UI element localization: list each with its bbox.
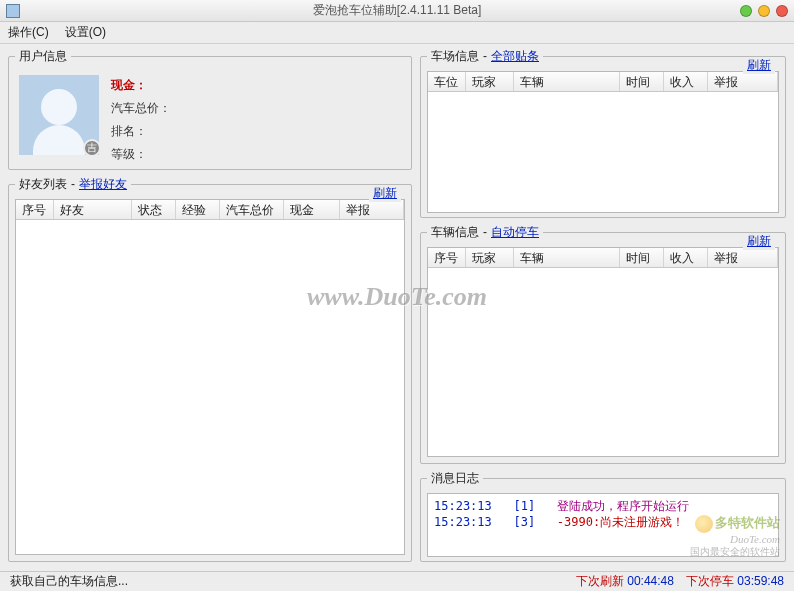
vehicle-info-panel: 车辆信息 - 自动停车 刷新 序号 玩家 车辆 时间 收入 举报 [420,224,786,464]
user-info-panel: 用户信息 吉 现金： 汽车总价： 排名： 等级： [8,48,412,170]
log-line: 15:23:13 [1] 登陆成功，程序开始运行 [434,498,772,514]
friend-table-header: 序号 好友 状态 经验 汽车总价 现金 举报 [16,200,404,220]
status-right: 下次刷新 00:44:48 下次停车 03:59:48 [576,573,784,590]
all-posts-link[interactable]: 全部贴条 [491,48,539,65]
parking-info-legend: 车场信息 - 全部贴条 [427,48,543,65]
main-area: 用户信息 吉 现金： 汽车总价： 排名： 等级： 好友列表 - 举报 [0,44,794,568]
vehicle-table-header: 序号 玩家 车辆 时间 收入 举报 [428,248,778,268]
menu-settings[interactable]: 设置(O) [65,24,106,41]
cash-label: 现金： [111,78,147,92]
car-total-label: 汽车总价： [111,100,171,117]
rank-label: 排名： [111,123,171,140]
menubar: 操作(C) 设置(O) [0,22,794,44]
report-friend-link[interactable]: 举报好友 [79,176,127,193]
status-text: 获取自己的车场信息... [10,573,128,590]
window-controls [740,5,788,17]
log-line: 15:23:13 [3] -3990:尚未注册游戏！ [434,514,772,530]
window-title: 爱泡抢车位辅助[2.4.11.11 Beta] [313,2,482,19]
log-panel: 消息日志 15:23:13 [1] 登陆成功，程序开始运行 15:23:13 [… [420,470,786,562]
avatar: 吉 [19,75,99,155]
next-park: 下次停车 03:59:48 [686,573,784,590]
friend-list-panel: 好友列表 - 举报好友 刷新 序号 好友 状态 经验 汽车总价 现金 举报 [8,176,412,562]
left-column: 用户信息 吉 现金： 汽车总价： 排名： 等级： 好友列表 - 举报 [8,48,412,568]
parking-refresh-link[interactable]: 刷新 [743,57,775,74]
friend-table[interactable]: 序号 好友 状态 经验 汽车总价 现金 举报 [15,199,405,555]
statusbar: 获取自己的车场信息... 下次刷新 00:44:48 下次停车 03:59:48 [0,571,794,591]
vehicle-info-legend: 车辆信息 - 自动停车 [427,224,543,241]
auto-park-link[interactable]: 自动停车 [491,224,539,241]
app-icon [6,4,20,18]
minimize-button[interactable] [740,5,752,17]
level-label: 等级： [111,146,171,163]
avatar-badge-icon: 吉 [83,139,101,157]
friend-refresh-link[interactable]: 刷新 [369,185,401,202]
friend-list-legend: 好友列表 - 举报好友 [15,176,131,193]
right-column: 车场信息 - 全部贴条 刷新 车位 玩家 车辆 时间 收入 举报 车辆信息 - [420,48,786,568]
close-button[interactable] [776,5,788,17]
next-refresh: 下次刷新 00:44:48 [576,573,674,590]
vehicle-table[interactable]: 序号 玩家 车辆 时间 收入 举报 [427,247,779,457]
log-body[interactable]: 15:23:13 [1] 登陆成功，程序开始运行 15:23:13 [3] -3… [427,493,779,557]
menu-operate[interactable]: 操作(C) [8,24,49,41]
log-legend: 消息日志 [427,470,483,487]
maximize-button[interactable] [758,5,770,17]
user-info-legend: 用户信息 [15,48,71,65]
vehicle-refresh-link[interactable]: 刷新 [743,233,775,250]
parking-info-panel: 车场信息 - 全部贴条 刷新 车位 玩家 车辆 时间 收入 举报 [420,48,786,218]
titlebar: 爱泡抢车位辅助[2.4.11.11 Beta] [0,0,794,22]
parking-table-header: 车位 玩家 车辆 时间 收入 举报 [428,72,778,92]
parking-table[interactable]: 车位 玩家 车辆 时间 收入 举报 [427,71,779,213]
